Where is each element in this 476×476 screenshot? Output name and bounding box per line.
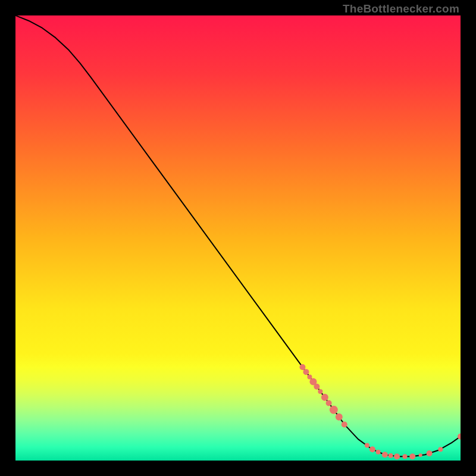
data-marker <box>342 421 347 427</box>
data-marker <box>303 369 309 375</box>
data-marker <box>438 447 443 452</box>
data-marker <box>394 453 400 459</box>
data-marker <box>365 443 369 448</box>
data-marker <box>376 450 381 455</box>
chart-stage: TheBottlenecker.com <box>0 0 476 476</box>
data-marker <box>409 453 415 459</box>
data-marker <box>299 364 305 370</box>
data-marker <box>389 453 393 458</box>
data-marker <box>318 389 322 394</box>
data-marker <box>427 450 433 456</box>
data-marker <box>369 446 375 452</box>
chart-svg <box>15 15 461 461</box>
data-marker <box>330 406 338 414</box>
watermark-label: TheBottlenecker.com <box>343 2 459 15</box>
gradient-background <box>15 15 461 461</box>
data-marker <box>382 452 388 458</box>
data-marker <box>419 453 422 457</box>
data-marker <box>403 454 408 459</box>
data-marker <box>321 394 328 401</box>
plot-area <box>15 15 461 461</box>
data-marker <box>336 414 343 421</box>
data-marker <box>326 400 332 406</box>
data-marker <box>307 374 312 379</box>
data-marker <box>314 384 320 390</box>
